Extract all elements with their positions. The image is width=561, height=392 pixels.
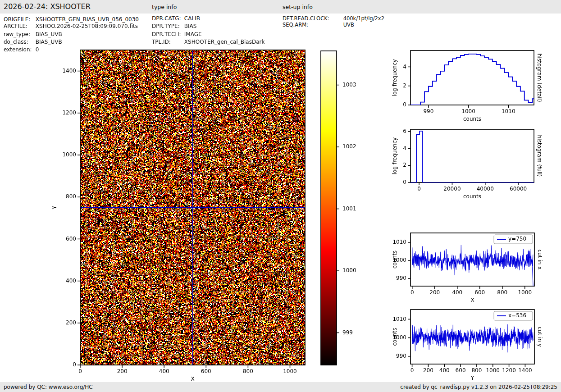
metadata-value: CALIB	[184, 15, 200, 22]
cut-in-x-plot	[385, 225, 561, 304]
metadata-value: BIAS	[184, 23, 197, 29]
metadata-row-do-class: do_class: BIAS_UVB	[4, 39, 62, 45]
metadata-label: SEQ.ARM:	[283, 22, 342, 28]
metadata-value: XSHOO.2026-02-25T08:09:09.070.fits	[36, 23, 138, 29]
metadata-row-arcfile: ARCFILE: XSHOO.2026-02-25T08:09:09.070.f…	[4, 23, 138, 29]
cut-in-y-plot	[385, 302, 561, 382]
metadata-label: raw_type:	[4, 31, 34, 37]
colorbar	[315, 45, 369, 369]
histogram-detail-plot	[385, 43, 561, 126]
metadata-row-tpl-id: TPL.ID: XSHOOTER_gen_cal_BiasDark	[152, 39, 265, 45]
metadata-value: 0	[36, 46, 39, 53]
metadata-value: IMAGE	[184, 31, 202, 37]
metadata-value: BIAS_UVB	[36, 39, 62, 45]
metadata-value: UVB	[343, 22, 354, 28]
metadata-label: do_class:	[4, 39, 34, 45]
footer-bar: powered by QC: www.eso.org/HC created by…	[0, 382, 561, 392]
metadata-row-origfile: ORIGFILE: XSHOOTER_GEN_BIAS_UVB_056_0030	[4, 16, 139, 23]
metadata-row-dpr-tech: DPR.TECH: IMAGE	[152, 31, 202, 37]
bias-image-plot	[43, 41, 313, 382]
metadata-label: DPR.TYPE:	[152, 23, 182, 29]
metadata-value: XSHOOTER_GEN_BIAS_UVB_056_0030	[36, 16, 139, 23]
metadata-row-seq-arm: SEQ.ARM: UVB	[283, 22, 354, 28]
setup-info-heading: set-up info	[283, 4, 313, 10]
metadata-row-dpr-type: DPR.TYPE: BIAS	[152, 23, 196, 29]
metadata-value: XSHOOTER_gen_cal_BiasDark	[184, 39, 265, 45]
type-info-heading: type info	[152, 4, 177, 10]
metadata-label: DPR.TECH:	[152, 31, 182, 37]
metadata-row-dpr-catg: DPR.CATG: CALIB	[152, 15, 200, 22]
metadata-row-raw-type: raw_type: BIAS_UVB	[4, 31, 62, 37]
metadata-label: DPR.CATG:	[152, 15, 182, 22]
metadata-label: extension:	[4, 46, 34, 53]
metadata-label: ARCFILE:	[4, 23, 34, 29]
histogram-full-plot	[385, 120, 561, 201]
metadata-label: DET.READ.CLOCK:	[283, 15, 342, 22]
footer-created-by: created by qc_rawdisp.py v1.2.3 on 2026-…	[400, 384, 557, 390]
qc-report-page: 2026-02-24: XSHOOTER type info set-up in…	[0, 0, 561, 392]
metadata-value: BIAS_UVB	[36, 31, 62, 37]
header-bar: 2026-02-24: XSHOOTER type info set-up in…	[0, 0, 561, 14]
footer-powered-by: powered by QC: www.eso.org/HC	[4, 384, 93, 390]
page-title: 2026-02-24: XSHOOTER	[4, 2, 91, 11]
metadata-row-extension: extension: 0	[4, 46, 39, 53]
metadata-value: 400k/1pt/lg/2x2	[343, 15, 384, 22]
metadata-row-read-clock: DET.READ.CLOCK: 400k/1pt/lg/2x2	[283, 15, 384, 22]
metadata-label: ORIGFILE:	[4, 16, 34, 23]
metadata-label: TPL.ID:	[152, 39, 182, 45]
